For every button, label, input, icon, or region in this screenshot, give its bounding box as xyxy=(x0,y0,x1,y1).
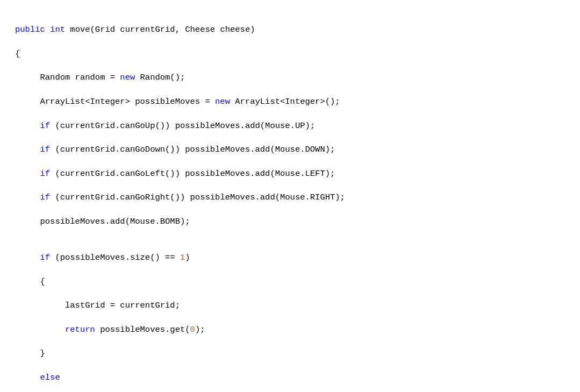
keyword-int: int xyxy=(50,25,65,34)
keyword-new: new xyxy=(120,73,135,82)
code-line: lastGrid = currentGrid; xyxy=(15,300,580,311)
number-literal: 0 xyxy=(190,325,195,334)
code-line: Random random = new Random(); xyxy=(15,72,580,83)
code-line: possibleMoves.add(Mouse.BOMB); xyxy=(15,216,580,227)
code-line: { xyxy=(15,48,580,60)
code-line: if (possibleMoves.size() == 1) xyxy=(15,252,580,263)
code-line: public int move(Grid currentGrid, Cheese… xyxy=(15,24,580,35)
keyword-return: return xyxy=(65,325,95,334)
keyword-else: else xyxy=(40,373,60,382)
keyword-if: if xyxy=(40,145,51,154)
number-literal: 1 xyxy=(180,253,185,262)
code-line: ArrayList<Integer> possibleMoves = new A… xyxy=(15,96,580,108)
keyword-if: if xyxy=(40,193,51,202)
keyword-if: if xyxy=(40,169,51,179)
code-line: if (currentGrid.canGoRight()) possibleMo… xyxy=(15,191,580,203)
keyword-if: if xyxy=(40,253,51,262)
code-line: } xyxy=(15,347,580,359)
code-line: else xyxy=(15,372,580,383)
code-line: if (currentGrid.canGoDown()) possibleMov… xyxy=(15,144,580,155)
code-line: return possibleMoves.get(0); xyxy=(15,324,580,336)
keyword-public: public xyxy=(15,25,45,34)
code-line: if (currentGrid.canGoLeft()) possibleMov… xyxy=(15,168,580,180)
code-editor: public int move(Grid currentGrid, Cheese… xyxy=(0,0,580,392)
keyword-new: new xyxy=(215,97,230,106)
keyword-if: if xyxy=(40,121,51,131)
code-line: if (currentGrid.canGoUp()) possibleMoves… xyxy=(15,120,580,132)
code-line: { xyxy=(15,276,580,288)
